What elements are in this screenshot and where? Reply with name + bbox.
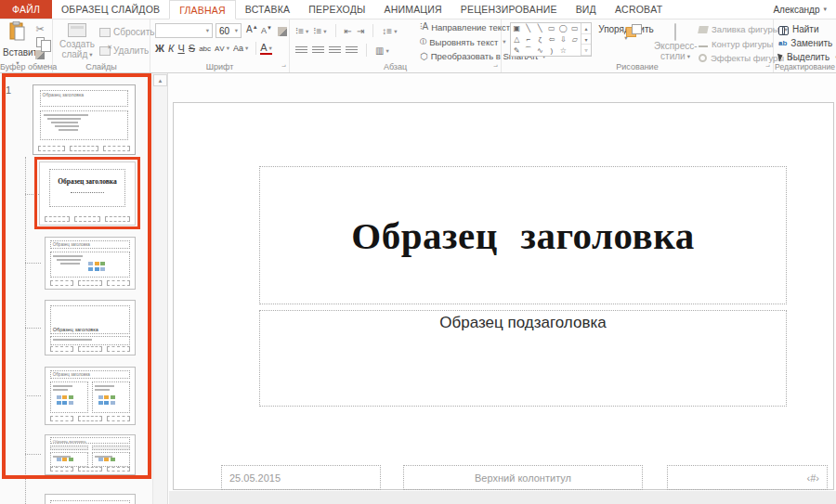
convert-smartart-button[interactable]: ⬡ Преобразовать в SmartArt bbox=[420, 51, 502, 61]
tab-view[interactable]: ВИД bbox=[567, 0, 606, 19]
footer-placeholder[interactable]: Верхний колонтитул bbox=[403, 465, 643, 490]
cut-icon[interactable]: ✂ bbox=[35, 23, 44, 34]
slide-number-placeholder[interactable]: ‹#› bbox=[667, 465, 828, 490]
quick-styles-button[interactable]: Экспресс- стили bbox=[654, 24, 697, 61]
new-slide-button[interactable]: Создать слайд bbox=[58, 23, 97, 59]
thumbnail-title-layout[interactable]: Образец заголовка bbox=[39, 162, 136, 226]
chevron-down-icon: ▾ bbox=[823, 6, 827, 13]
dialog-launcher-icon[interactable]: ⌐ bbox=[281, 62, 286, 71]
group-editing: Найти ab Заменить Выделить Редактировани… bbox=[774, 19, 836, 72]
grow-font-button[interactable]: А▲ bbox=[246, 24, 258, 34]
layout-hierarchy-line bbox=[25, 157, 26, 504]
clear-formatting-button[interactable] bbox=[278, 23, 287, 40]
align-center-button[interactable] bbox=[312, 46, 324, 55]
arrange-button[interactable]: Упорядочить ▾ bbox=[598, 24, 654, 42]
shape-icon[interactable]: ✎ bbox=[511, 45, 523, 56]
shape-icon[interactable]: ∿ bbox=[534, 45, 546, 56]
text-shadow-button[interactable]: abc bbox=[199, 45, 211, 53]
shape-icon[interactable] bbox=[569, 45, 581, 56]
tab-home[interactable]: ГЛАВНАЯ bbox=[169, 0, 236, 19]
character-spacing-button[interactable]: АV bbox=[215, 45, 229, 53]
thumb-footer-text bbox=[78, 346, 103, 352]
change-case-button[interactable]: Aa bbox=[233, 44, 248, 53]
shape-icon[interactable]: ) bbox=[546, 45, 558, 56]
shape-icon[interactable]: ▱ bbox=[569, 34, 581, 45]
replace-button[interactable]: ab Заменить bbox=[778, 38, 836, 48]
italic-button[interactable]: К bbox=[168, 43, 174, 54]
scroll-up-icon[interactable]: ▴ bbox=[581, 23, 591, 34]
thumbnail-comparison-layout[interactable]: Образец заголовка bbox=[45, 434, 136, 475]
dialog-launcher-icon[interactable]: ⌐ bbox=[45, 62, 49, 71]
find-button[interactable]: Найти bbox=[778, 24, 836, 34]
select-button[interactable]: Выделить bbox=[778, 52, 836, 62]
shape-icon[interactable]: ╲ bbox=[534, 23, 546, 34]
tab-acrobat[interactable]: ACROBAT bbox=[606, 0, 672, 19]
title-placeholder[interactable]: Образец заголовка bbox=[259, 166, 787, 304]
shape-icon[interactable]: ⌒ bbox=[523, 45, 535, 56]
thumbnail-content-layout[interactable]: Образец заголовка bbox=[45, 237, 136, 290]
paste-button[interactable]: Вставить ▾ bbox=[3, 21, 33, 67]
shape-icon[interactable]: ⇩ bbox=[557, 34, 569, 45]
shape-icon[interactable]: ☆ bbox=[557, 45, 569, 56]
bold-button[interactable]: Ж bbox=[155, 43, 164, 54]
justify-button[interactable] bbox=[346, 46, 358, 55]
tab-animations[interactable]: АНИМАЦИЯ bbox=[374, 0, 451, 19]
decrease-indent-button[interactable]: ⇤ bbox=[345, 26, 352, 36]
increase-indent-button[interactable]: ⇥ bbox=[357, 26, 364, 36]
tab-insert[interactable]: ВСТАВКА bbox=[236, 0, 299, 19]
tab-file[interactable]: ФАЙЛ bbox=[0, 0, 52, 19]
shape-icon[interactable]: ▭ bbox=[546, 23, 558, 34]
shape-icon[interactable]: ◯ bbox=[557, 23, 569, 34]
align-right-button[interactable] bbox=[329, 46, 341, 55]
font-color-button[interactable]: А bbox=[260, 43, 272, 55]
copy-icon[interactable] bbox=[36, 37, 45, 47]
subtitle-placeholder[interactable]: Образец подзаголовка bbox=[259, 310, 787, 407]
thumb-footer-text bbox=[78, 416, 103, 421]
shape-icon[interactable]: ⇦ bbox=[546, 34, 558, 45]
numbering-button[interactable]: ⁝≡ bbox=[313, 26, 326, 36]
title-text: Образец заголовка bbox=[351, 213, 694, 258]
text-direction-button[interactable]: ⫶A Направление текста bbox=[420, 21, 502, 32]
shape-icon[interactable]: ╲ bbox=[523, 23, 535, 34]
shapes-gallery[interactable]: ▣ ╲ ╲ ▭ ◯ ▭ △ ⌐ ζ ⇦ ⇩ ▱ ✎ ⌒ ∿ ) ☆ bbox=[510, 22, 592, 57]
reset-button[interactable]: Сбросить bbox=[99, 27, 154, 37]
tab-transitions[interactable]: ПЕРЕХОДЫ bbox=[299, 0, 374, 19]
paragraph-right-column: ⫶A Направление текста ⦶ Выровнять текст … bbox=[420, 21, 502, 65]
shape-icon[interactable]: △ bbox=[511, 34, 523, 45]
new-slide-label-1: Создать bbox=[58, 39, 97, 49]
slide-canvas[interactable]: Образец заголовка Образец подзаголовка 2… bbox=[173, 102, 834, 490]
strikethrough-button[interactable]: S bbox=[189, 43, 195, 54]
thumbnail-scrollbar[interactable]: ▲ bbox=[152, 73, 168, 504]
shape-icon[interactable]: ▣ bbox=[511, 23, 523, 34]
gallery-more-icon[interactable]: ▿ bbox=[581, 45, 591, 56]
align-left-button[interactable] bbox=[295, 46, 307, 55]
font-name-combo[interactable]: ▾ bbox=[155, 23, 213, 38]
thumbnail-next-layout[interactable] bbox=[45, 494, 136, 504]
shrink-font-button[interactable]: А▼ bbox=[261, 25, 272, 35]
shape-icon[interactable]: ζ bbox=[534, 34, 546, 45]
align-text-button[interactable]: ⦶ Выровнять текст bbox=[420, 36, 502, 47]
dialog-launcher-icon[interactable]: ⌐ bbox=[765, 62, 770, 71]
underline-button[interactable]: Ч bbox=[177, 43, 184, 54]
scroll-down-icon[interactable]: ▾ bbox=[581, 34, 591, 45]
chevron-down-icon: ▾ bbox=[206, 27, 209, 34]
thumbnail-slide-master[interactable]: Образец заголовка bbox=[33, 84, 136, 155]
columns-button[interactable]: ▥ bbox=[375, 45, 389, 56]
thumbnail-two-content-layout[interactable]: Образец заголовка bbox=[45, 367, 136, 425]
shape-icon[interactable]: ⌐ bbox=[523, 34, 535, 45]
date-placeholder[interactable]: 25.05.2015 bbox=[221, 465, 381, 490]
thumbnail-section-header-layout[interactable]: Образец заголовка bbox=[45, 300, 136, 355]
shape-outline-icon bbox=[699, 40, 708, 47]
thumb-footer-text bbox=[70, 146, 98, 151]
font-size-combo[interactable]: 60▾ bbox=[216, 23, 242, 38]
tab-review[interactable]: РЕЦЕНЗИРОВАНИЕ bbox=[451, 0, 567, 19]
scroll-up-button[interactable]: ▲ bbox=[153, 74, 167, 86]
dialog-launcher-icon[interactable]: ⌐ bbox=[493, 62, 498, 71]
bullets-button[interactable]: ⁝≡ bbox=[295, 26, 308, 36]
quick-styles-label-2: стили bbox=[654, 51, 697, 61]
account-area[interactable]: Александр ▾ bbox=[773, 0, 836, 19]
shape-icon[interactable]: ▭ bbox=[569, 23, 581, 34]
delete-button[interactable]: Удалить bbox=[99, 45, 149, 56]
line-spacing-button[interactable]: ↕≡ bbox=[382, 26, 397, 36]
tab-slide-master[interactable]: ОБРАЗЕЦ СЛАЙДОВ bbox=[52, 0, 169, 19]
